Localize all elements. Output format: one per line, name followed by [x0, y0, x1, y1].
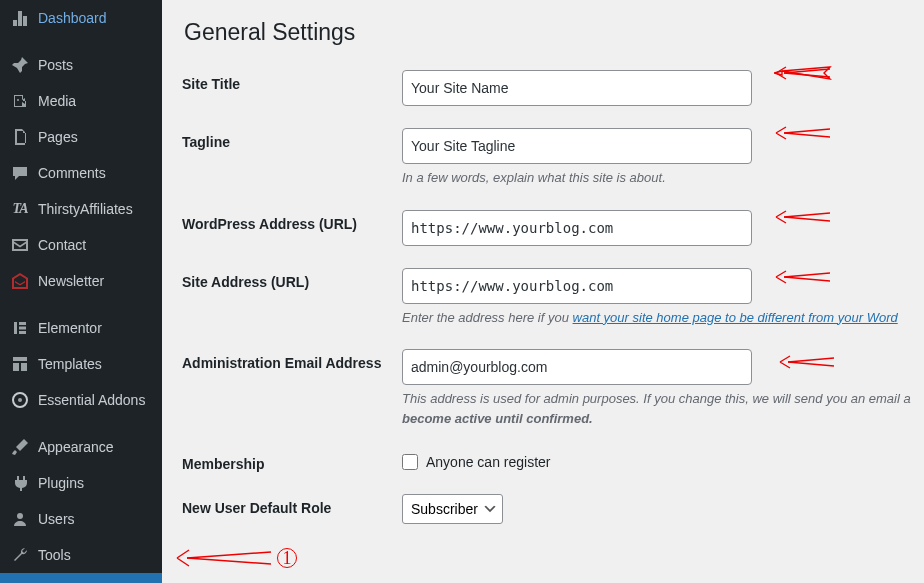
page-title: General Settings	[184, 10, 904, 50]
annotation-arrow-icon	[175, 547, 275, 569]
site-title-input[interactable]	[402, 70, 752, 106]
sidebar-item-label: Elementor	[38, 320, 102, 336]
wrench-icon	[10, 545, 30, 565]
sidebar-item-newsletter[interactable]: Newsletter	[0, 263, 162, 299]
tagline-help: In a few words, explain what this site i…	[402, 168, 904, 188]
ta-icon: TA	[10, 199, 30, 219]
admin-sidebar: Dashboard Posts Media Pages Comments TA …	[0, 0, 162, 583]
envelope-icon	[10, 235, 30, 255]
sidebar-item-elementor[interactable]: Elementor	[0, 310, 162, 346]
sidebar-item-dashboard[interactable]: Dashboard	[0, 0, 162, 36]
wp-address-input[interactable]	[402, 210, 752, 246]
sidebar-item-label: ThirstyAffiliates	[38, 201, 133, 217]
site-address-help-link[interactable]: want your site home page to be different…	[573, 310, 898, 325]
sidebar-item-posts[interactable]: Posts	[0, 47, 162, 83]
dashboard-icon	[10, 8, 30, 28]
sidebar-item-label: Posts	[38, 57, 73, 73]
tagline-input[interactable]	[402, 128, 752, 164]
ea-icon	[10, 390, 30, 410]
label-wp-address: WordPress Address (URL)	[182, 210, 402, 246]
membership-option[interactable]: Anyone can register	[402, 450, 904, 470]
sidebar-separator	[0, 302, 162, 307]
sidebar-item-label: Plugins	[38, 475, 84, 491]
user-icon	[10, 509, 30, 529]
page-icon	[10, 127, 30, 147]
svg-line-13	[187, 552, 271, 558]
label-tagline: Tagline	[182, 128, 402, 188]
label-site-title: Site Title	[182, 70, 402, 106]
sidebar-item-contact[interactable]: Contact	[0, 227, 162, 263]
admin-email-input[interactable]	[402, 349, 752, 385]
label-default-role: New User Default Role	[182, 494, 402, 524]
sidebar-item-appearance[interactable]: Appearance	[0, 429, 162, 465]
svg-point-1	[18, 398, 22, 402]
site-address-input[interactable]	[402, 268, 752, 304]
plug-icon	[10, 473, 30, 493]
sidebar-item-label: Dashboard	[38, 10, 107, 26]
sidebar-item-comments[interactable]: Comments	[0, 155, 162, 191]
sidebar-separator	[0, 421, 162, 426]
sidebar-item-label: Contact	[38, 237, 86, 253]
brush-icon	[10, 437, 30, 457]
elementor-icon	[10, 318, 30, 338]
sidebar-item-label: Templates	[38, 356, 102, 372]
svg-line-14	[187, 558, 271, 564]
sidebar-item-plugins[interactable]: Plugins	[0, 465, 162, 501]
sidebar-item-tools[interactable]: Tools	[0, 537, 162, 573]
annotation-number: 1	[277, 548, 297, 569]
sidebar-item-label: Tools	[38, 547, 71, 563]
default-role-select[interactable]: Subscriber	[402, 494, 503, 524]
sidebar-item-media[interactable]: Media	[0, 83, 162, 119]
membership-checkbox[interactable]	[402, 454, 418, 470]
sidebar-item-label: Pages	[38, 129, 78, 145]
sidebar-item-label: Appearance	[38, 439, 114, 455]
media-icon	[10, 91, 30, 111]
sidebar-item-settings[interactable]: Settings	[0, 573, 162, 583]
sidebar-item-thirstyaffiliates[interactable]: TA ThirstyAffiliates	[0, 191, 162, 227]
label-site-address: Site Address (URL)	[182, 268, 402, 328]
templates-icon	[10, 354, 30, 374]
sidebar-item-templates[interactable]: Templates	[0, 346, 162, 382]
sidebar-item-label: Users	[38, 511, 75, 527]
site-address-help: Enter the address here if you want your …	[402, 308, 904, 328]
sidebar-item-label: Newsletter	[38, 273, 104, 289]
sidebar-item-label: Media	[38, 93, 76, 109]
svg-point-2	[17, 513, 23, 519]
pin-icon	[10, 55, 30, 75]
sidebar-item-users[interactable]: Users	[0, 501, 162, 537]
label-membership: Membership	[182, 450, 402, 472]
sidebar-separator	[0, 39, 162, 44]
sidebar-item-pages[interactable]: Pages	[0, 119, 162, 155]
sidebar-item-label: Comments	[38, 165, 106, 181]
sidebar-item-label: Essential Addons	[38, 392, 145, 408]
membership-option-text: Anyone can register	[426, 454, 551, 470]
admin-email-help: This address is used for admin purposes.…	[402, 389, 904, 428]
envelope-open-icon	[10, 271, 30, 291]
sidebar-item-essential-addons[interactable]: Essential Addons	[0, 382, 162, 418]
general-settings-form: Site Title Tagline In a few words, expla…	[182, 70, 904, 524]
main-content: General Settings Site Title Tagline In a…	[162, 0, 924, 583]
comments-icon	[10, 163, 30, 183]
label-admin-email: Administration Email Address	[182, 349, 402, 428]
